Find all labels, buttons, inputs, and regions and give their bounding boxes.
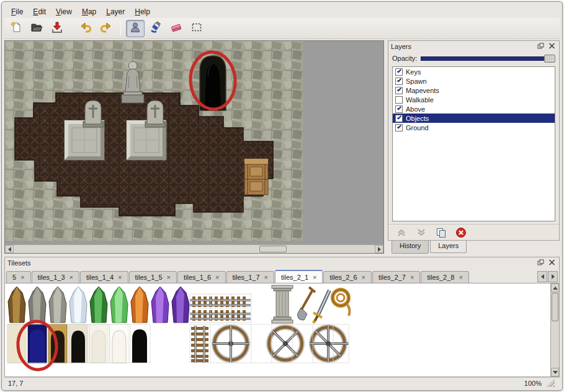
- menu-item-edit[interactable]: Edit: [29, 6, 50, 17]
- close-icon: [548, 259, 555, 267]
- place-object-tool-button[interactable]: [126, 20, 145, 37]
- move-layer-down-button[interactable]: [416, 227, 427, 238]
- close-panel-button[interactable]: [547, 43, 557, 51]
- tile-door-navy: [28, 324, 47, 363]
- new-button[interactable]: [7, 20, 25, 37]
- status-bar: 17, 7 100%: [4, 377, 560, 388]
- float-panel-button[interactable]: [536, 43, 545, 51]
- menu-item-layer[interactable]: Layer: [102, 6, 129, 17]
- layer-visibility-checkbox[interactable]: [395, 105, 403, 113]
- tab-close-icon[interactable]: ×: [410, 274, 414, 281]
- tileset-tab-tiles_2_7[interactable]: tiles_2_7×: [372, 271, 420, 283]
- opacity-row: Opacity:: [388, 52, 559, 65]
- tileset-tab-tiles_2_8[interactable]: tiles_2_8×: [421, 271, 468, 283]
- delete-layer-button[interactable]: [455, 227, 467, 238]
- tileset-tab-label: 5: [12, 274, 16, 281]
- save-button[interactable]: [48, 20, 66, 37]
- opacity-slider[interactable]: [421, 54, 555, 63]
- tileset-tab-tiles_1_5[interactable]: tiles_1_5×: [129, 271, 177, 283]
- fill-tool-button[interactable]: [146, 20, 165, 37]
- float-panel-button[interactable]: [536, 259, 545, 267]
- scroll-track[interactable]: [551, 322, 559, 368]
- tile-door-pale: [89, 324, 108, 363]
- eraser-tool-button[interactable]: [167, 20, 186, 37]
- layer-visibility-checkbox[interactable]: [395, 87, 403, 94]
- tab-close-icon[interactable]: ×: [362, 274, 365, 281]
- menu-item-view[interactable]: View: [51, 6, 76, 17]
- select-tool-button[interactable]: [187, 20, 206, 37]
- layer-actions: [388, 224, 559, 240]
- scroll-up-button[interactable]: [551, 283, 559, 292]
- layer-visibility-checkbox[interactable]: [395, 68, 403, 76]
- tileset-tab-label: tiles_1_3: [38, 274, 65, 281]
- tab-close-icon[interactable]: ×: [118, 274, 122, 281]
- tileset-tab-tiles_2_1[interactable]: tiles_2_1×: [275, 270, 323, 283]
- close-panel-button[interactable]: [547, 259, 557, 267]
- open-button[interactable]: [27, 20, 46, 37]
- layer-row-spawn[interactable]: Spawn: [393, 76, 555, 86]
- tab-close-icon[interactable]: ×: [69, 274, 73, 281]
- duplicate-layer-button[interactable]: [436, 227, 447, 238]
- tile-crystal-green-dark: [90, 287, 107, 323]
- layer-row-keys[interactable]: Keys: [393, 67, 555, 76]
- layer-name: Spawn: [406, 78, 427, 85]
- tileset-tab-tiles_2_6[interactable]: tiles_2_6×: [323, 271, 371, 283]
- layer-row-walkable[interactable]: Walkable: [393, 95, 555, 104]
- tileset-tab-5[interactable]: 5×: [6, 271, 31, 283]
- opacity-slider-track[interactable]: [421, 56, 554, 61]
- tileset-canvas[interactable]: [5, 283, 545, 374]
- layer-row-objects[interactable]: Objects: [393, 114, 555, 123]
- layer-row-mapevents[interactable]: Mapevents: [393, 86, 555, 95]
- redo-button[interactable]: [97, 20, 115, 37]
- scroll-left-button[interactable]: [5, 245, 14, 253]
- undo-button[interactable]: [76, 20, 95, 37]
- tileset-tab-tiles_1_4[interactable]: tiles_1_4×: [80, 271, 128, 283]
- tab-close-icon[interactable]: ×: [167, 274, 171, 281]
- checkmark-icon: [396, 69, 401, 73]
- save-import-icon: [51, 21, 63, 35]
- tile-door-white-outline: [110, 324, 128, 363]
- tileset-tab-tiles_1_3[interactable]: tiles_1_3×: [32, 271, 79, 283]
- tab-close-icon[interactable]: ×: [20, 274, 24, 281]
- scroll-thumb[interactable]: [552, 293, 558, 321]
- menu-item-map[interactable]: Map: [78, 6, 101, 17]
- map-canvas[interactable]: [5, 41, 303, 241]
- layer-visibility-checkbox[interactable]: [395, 78, 403, 85]
- map-horizontal-scrollbar[interactable]: [5, 244, 383, 253]
- tileset-vertical-scrollbar[interactable]: [550, 283, 559, 376]
- menu-item-file[interactable]: File: [7, 6, 27, 17]
- scroll-down-button[interactable]: [551, 368, 559, 376]
- tab-close-icon[interactable]: ×: [459, 274, 462, 281]
- tileset-tab-bar: 5×tiles_1_3×tiles_1_4×tiles_1_5×tiles_1_…: [6, 270, 537, 283]
- opacity-slider-handle[interactable]: [544, 55, 555, 63]
- layer-row-above[interactable]: Above: [393, 104, 555, 114]
- scroll-thumb[interactable]: [259, 246, 287, 252]
- layer-visibility-checkbox[interactable]: [395, 115, 403, 122]
- tileset-tab-tiles_1_6[interactable]: tiles_1_6×: [177, 271, 225, 283]
- layer-row-ground[interactable]: Ground: [393, 123, 555, 132]
- float-icon: [537, 43, 544, 50]
- tab-history[interactable]: History: [392, 241, 429, 254]
- tileset-tab-tiles_1_7[interactable]: tiles_1_7×: [226, 271, 274, 283]
- tabs-scroll-right-button[interactable]: [548, 271, 558, 282]
- menu-item-help[interactable]: Help: [130, 6, 154, 17]
- checkmark-icon: [396, 115, 401, 120]
- tab-layers[interactable]: Layers: [430, 241, 467, 253]
- tabs-scroll-left-button[interactable]: [537, 271, 547, 282]
- scroll-right-button[interactable]: [375, 245, 383, 253]
- doorway-figure-sprite: [200, 56, 226, 110]
- scroll-track[interactable]: [14, 245, 375, 253]
- tab-close-icon[interactable]: ×: [313, 274, 316, 281]
- move-layer-up-button[interactable]: [396, 227, 407, 238]
- tile-crystal-orange: [131, 287, 148, 323]
- map-area: [5, 41, 383, 244]
- layer-visibility-checkbox[interactable]: [395, 96, 403, 104]
- tab-close-icon[interactable]: ×: [264, 274, 268, 281]
- tab-close-icon[interactable]: ×: [215, 274, 219, 281]
- resize-grip[interactable]: [547, 379, 555, 387]
- layers-panel: Layers Opacity: KeysSpawnMapeventsWalkab…: [388, 40, 560, 254]
- tileset-tab-label: tiles_2_8: [427, 274, 454, 281]
- tile-sword: [313, 290, 330, 324]
- gravestone-sprite: [145, 100, 165, 127]
- layer-visibility-checkbox[interactable]: [395, 124, 403, 131]
